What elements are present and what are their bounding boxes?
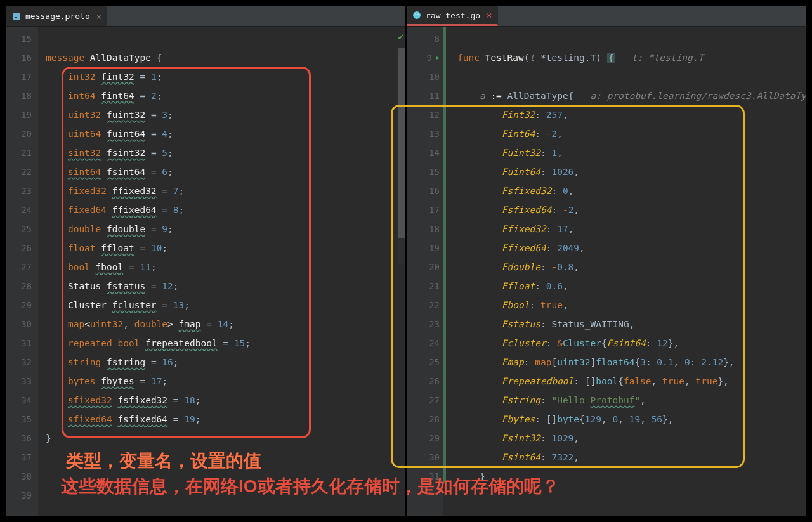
gutter-line-number: 20 (409, 258, 440, 277)
code-line[interactable]: Ffloat: 0.6, (451, 277, 806, 296)
code-line[interactable]: Status fstatus = 12; (46, 277, 405, 296)
code-line[interactable]: Fstatus: Status_WAITING, (451, 315, 806, 334)
gutter-line-number: 13 (409, 124, 440, 143)
gutter-line-number: 22 (9, 162, 32, 181)
gutter-line-number: 16 (409, 181, 440, 200)
code-line[interactable]: Fuint64: 1026, (451, 162, 806, 181)
inspection-ok-icon: ✔ (398, 30, 404, 42)
code-line[interactable]: Fstring: "Hello Protobuf", (451, 391, 806, 410)
code-line[interactable] (451, 29, 806, 48)
gutter-line-number: 30 (409, 448, 440, 467)
gutter-line-number: 19 (9, 105, 32, 124)
code-line[interactable] (46, 486, 405, 505)
close-icon[interactable]: × (487, 10, 492, 20)
gutter-line-number: 37 (9, 448, 32, 467)
code-line[interactable]: Frepeatedbool: []bool{false, true, true}… (451, 372, 806, 391)
code-line[interactable]: Fsfixed32: 0, (451, 181, 806, 200)
gutter-line-number: 19 (409, 238, 440, 258)
gutter-line-number: 32 (9, 353, 32, 372)
svg-rect-1 (15, 15, 18, 15)
gutter-line-number: 25 (409, 353, 440, 372)
code-line[interactable]: int32 fint32 = 1; (46, 67, 405, 86)
code-line[interactable]: repeated bool frepeatedbool = 15; (46, 334, 405, 353)
left-editor-body[interactable]: 1516171819202122232425262728293031323334… (6, 27, 405, 516)
code-line[interactable]: Fbool: true, (451, 296, 806, 315)
gutter-line-number: 39 (9, 486, 32, 505)
gutter-line-number: 15 (9, 29, 32, 48)
gutter-line-number: 14 (409, 143, 440, 162)
code-line[interactable]: Cluster fcluster = 13; (46, 296, 405, 315)
code-line[interactable] (46, 448, 405, 467)
gutter-line-number: 35 (9, 410, 32, 429)
right-gutter: 89 ▶101112131415161718192021222324252627… (407, 27, 443, 516)
right-code-area[interactable]: func TestRaw(t *testing.T) { t: *testing… (443, 27, 806, 516)
code-line[interactable]: sfixed32 fsfixed32 = 18; (46, 391, 405, 410)
code-line[interactable]: Fsfixed64: -2, (451, 200, 806, 219)
gutter-line-number: 18 (409, 219, 440, 238)
code-line[interactable]: string fstring = 16; (46, 353, 405, 372)
scrollbar-left[interactable] (398, 48, 405, 264)
code-line[interactable]: Fmap: map[uint32]float64{3: 0.1, 0: 2.12… (451, 353, 806, 372)
svg-point-8 (418, 15, 419, 15)
gutter-line-number: 18 (9, 86, 32, 105)
code-line[interactable]: } (451, 467, 806, 486)
code-line[interactable]: a := AllDataType{ a: protobuf.learning/r… (451, 86, 806, 105)
code-line[interactable]: message AllDataType { (46, 48, 405, 67)
gutter-line-number: 24 (9, 200, 32, 219)
gutter-line-number: 24 (409, 334, 440, 353)
code-line[interactable]: } (46, 429, 405, 448)
code-line[interactable]: Fcluster: &Cluster{Fsint64: 12}, (451, 334, 806, 353)
code-line[interactable]: Fint32: 257, (451, 105, 806, 124)
code-line[interactable]: Fbytes: []byte{129, 0, 19, 56}, (451, 410, 806, 429)
code-line[interactable]: bool fbool = 11; (46, 258, 405, 277)
gutter-line-number: 22 (409, 296, 440, 315)
code-line[interactable]: func TestRaw(t *testing.T) { t: *testing… (451, 48, 806, 67)
gutter-line-number: 17 (9, 67, 32, 86)
code-line[interactable]: Fsint32: 1029, (451, 429, 806, 448)
code-line[interactable]: double fdouble = 9; (46, 219, 405, 238)
gutter-line-number: 23 (9, 181, 32, 200)
scrollbar-thumb[interactable] (398, 48, 405, 238)
code-line[interactable]: sint32 fsint32 = 5; (46, 143, 405, 162)
gutter-line-number: 25 (9, 219, 32, 238)
close-icon[interactable]: × (96, 11, 102, 22)
code-line[interactable]: sfixed64 fsfixed64 = 19; (46, 410, 405, 429)
gutter-line-number: 28 (9, 277, 32, 296)
code-line[interactable]: Ffixed64: 2049, (451, 238, 806, 258)
tab-raw-test-go[interactable]: raw_test.go × (407, 6, 498, 26)
code-line[interactable]: fixed32 ffixed32 = 7; (46, 181, 405, 200)
code-line[interactable]: Ffixed32: 17, (451, 219, 806, 238)
code-line[interactable]: uint64 fuint64 = 4; (46, 124, 405, 143)
right-editor-body[interactable]: 89 ▶101112131415161718192021222324252627… (407, 27, 806, 516)
code-line[interactable]: Fint64: -2, (451, 124, 806, 143)
code-line[interactable]: sint64 fsint64 = 6; (46, 162, 405, 181)
code-line[interactable] (46, 467, 405, 486)
code-line[interactable]: Fdouble: -0.8, (451, 258, 806, 277)
code-line[interactable]: Fsint64: 7322, (451, 448, 806, 467)
tab-message-proto[interactable]: message.proto × (6, 6, 107, 26)
gutter-line-number: 11 (409, 86, 440, 105)
gutter-line-number: 28 (409, 410, 440, 429)
gutter-line-number: 12 (409, 105, 440, 124)
code-line[interactable]: int64 fint64 = 2; (46, 86, 405, 105)
tab-label: message.proto (25, 11, 90, 21)
left-gutter: 1516171819202122232425262728293031323334… (6, 27, 38, 516)
left-code-area[interactable]: ✔ message AllDataType { int32 fint32 = 1… (38, 27, 405, 516)
tab-label: raw_test.go (426, 11, 480, 20)
code-line[interactable]: fixed64 ffixed64 = 8; (46, 200, 405, 219)
code-line[interactable] (46, 29, 405, 48)
code-line[interactable]: Fuint32: 1, (451, 143, 806, 162)
code-line[interactable]: map<uint32, double> fmap = 14; (46, 315, 405, 334)
code-line[interactable]: bytes fbytes = 17; (46, 372, 405, 391)
gutter-line-number: 29 (409, 429, 440, 448)
code-line[interactable]: float ffloat = 10; (46, 238, 405, 258)
svg-point-4 (413, 11, 421, 19)
gutter-line-number: 27 (9, 258, 32, 277)
gutter-line-number: 15 (409, 162, 440, 181)
gutter-line-number: 21 (409, 277, 440, 296)
code-line[interactable]: uint32 fuint32 = 3; (46, 105, 405, 124)
code-line[interactable] (451, 67, 806, 86)
gutter-line-number: 9 ▶ (409, 48, 440, 67)
run-test-icon[interactable]: ▶ (436, 48, 440, 67)
svg-rect-2 (15, 16, 18, 16)
